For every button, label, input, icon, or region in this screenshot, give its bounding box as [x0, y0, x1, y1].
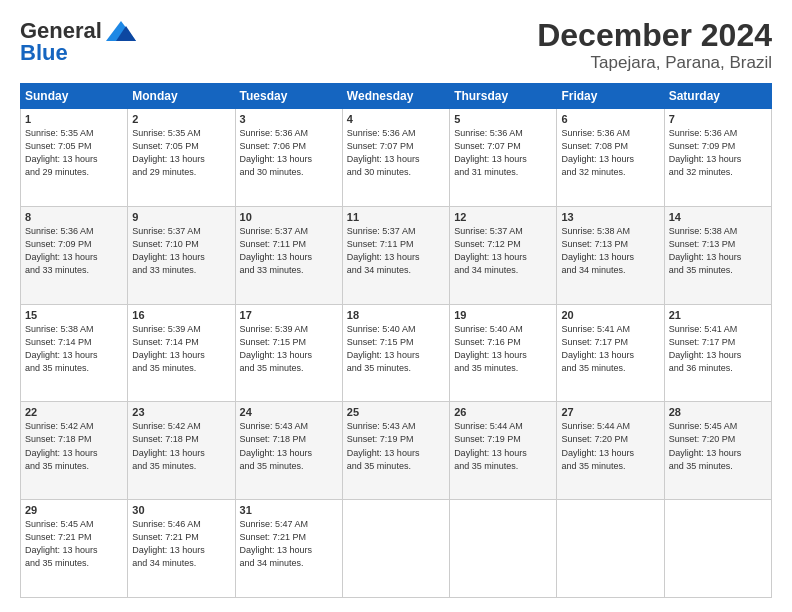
page-title: December 2024 — [537, 18, 772, 53]
day-number: 21 — [669, 309, 767, 321]
day-info: Sunrise: 5:41 AM Sunset: 7:17 PM Dayligh… — [561, 323, 659, 375]
day-info: Sunrise: 5:43 AM Sunset: 7:18 PM Dayligh… — [240, 420, 338, 472]
day-info: Sunrise: 5:38 AM Sunset: 7:13 PM Dayligh… — [561, 225, 659, 277]
calendar-week-row: 29Sunrise: 5:45 AM Sunset: 7:21 PM Dayli… — [21, 500, 772, 598]
calendar-day-cell: 5Sunrise: 5:36 AM Sunset: 7:07 PM Daylig… — [450, 109, 557, 207]
calendar-day-cell: 19Sunrise: 5:40 AM Sunset: 7:16 PM Dayli… — [450, 304, 557, 402]
day-info: Sunrise: 5:39 AM Sunset: 7:15 PM Dayligh… — [240, 323, 338, 375]
day-info: Sunrise: 5:47 AM Sunset: 7:21 PM Dayligh… — [240, 518, 338, 570]
day-info: Sunrise: 5:42 AM Sunset: 7:18 PM Dayligh… — [25, 420, 123, 472]
day-info: Sunrise: 5:40 AM Sunset: 7:15 PM Dayligh… — [347, 323, 445, 375]
calendar-day-cell: 13Sunrise: 5:38 AM Sunset: 7:13 PM Dayli… — [557, 206, 664, 304]
day-info: Sunrise: 5:37 AM Sunset: 7:11 PM Dayligh… — [240, 225, 338, 277]
day-info: Sunrise: 5:36 AM Sunset: 7:07 PM Dayligh… — [347, 127, 445, 179]
calendar-day-cell: 7Sunrise: 5:36 AM Sunset: 7:09 PM Daylig… — [664, 109, 771, 207]
calendar-day-cell: 24Sunrise: 5:43 AM Sunset: 7:18 PM Dayli… — [235, 402, 342, 500]
day-info: Sunrise: 5:38 AM Sunset: 7:14 PM Dayligh… — [25, 323, 123, 375]
weekday-header: Friday — [557, 84, 664, 109]
page-subtitle: Tapejara, Parana, Brazil — [537, 53, 772, 73]
calendar-day-cell: 14Sunrise: 5:38 AM Sunset: 7:13 PM Dayli… — [664, 206, 771, 304]
day-number: 4 — [347, 113, 445, 125]
day-info: Sunrise: 5:44 AM Sunset: 7:20 PM Dayligh… — [561, 420, 659, 472]
day-info: Sunrise: 5:43 AM Sunset: 7:19 PM Dayligh… — [347, 420, 445, 472]
calendar-week-row: 15Sunrise: 5:38 AM Sunset: 7:14 PM Dayli… — [21, 304, 772, 402]
day-number: 19 — [454, 309, 552, 321]
day-info: Sunrise: 5:36 AM Sunset: 7:08 PM Dayligh… — [561, 127, 659, 179]
logo: General Blue — [20, 18, 136, 66]
calendar-day-cell: 4Sunrise: 5:36 AM Sunset: 7:07 PM Daylig… — [342, 109, 449, 207]
calendar-day-cell: 21Sunrise: 5:41 AM Sunset: 7:17 PM Dayli… — [664, 304, 771, 402]
calendar-day-cell — [557, 500, 664, 598]
calendar-day-cell: 2Sunrise: 5:35 AM Sunset: 7:05 PM Daylig… — [128, 109, 235, 207]
day-info: Sunrise: 5:46 AM Sunset: 7:21 PM Dayligh… — [132, 518, 230, 570]
day-number: 15 — [25, 309, 123, 321]
calendar-day-cell: 12Sunrise: 5:37 AM Sunset: 7:12 PM Dayli… — [450, 206, 557, 304]
day-info: Sunrise: 5:36 AM Sunset: 7:09 PM Dayligh… — [669, 127, 767, 179]
weekday-header: Wednesday — [342, 84, 449, 109]
calendar-day-cell: 23Sunrise: 5:42 AM Sunset: 7:18 PM Dayli… — [128, 402, 235, 500]
calendar-day-cell: 29Sunrise: 5:45 AM Sunset: 7:21 PM Dayli… — [21, 500, 128, 598]
weekday-header: Sunday — [21, 84, 128, 109]
day-info: Sunrise: 5:36 AM Sunset: 7:06 PM Dayligh… — [240, 127, 338, 179]
day-info: Sunrise: 5:44 AM Sunset: 7:19 PM Dayligh… — [454, 420, 552, 472]
day-number: 1 — [25, 113, 123, 125]
day-number: 8 — [25, 211, 123, 223]
day-info: Sunrise: 5:36 AM Sunset: 7:09 PM Dayligh… — [25, 225, 123, 277]
day-number: 27 — [561, 406, 659, 418]
calendar-day-cell: 27Sunrise: 5:44 AM Sunset: 7:20 PM Dayli… — [557, 402, 664, 500]
day-info: Sunrise: 5:36 AM Sunset: 7:07 PM Dayligh… — [454, 127, 552, 179]
calendar-day-cell: 17Sunrise: 5:39 AM Sunset: 7:15 PM Dayli… — [235, 304, 342, 402]
calendar-day-cell: 16Sunrise: 5:39 AM Sunset: 7:14 PM Dayli… — [128, 304, 235, 402]
day-number: 30 — [132, 504, 230, 516]
day-number: 3 — [240, 113, 338, 125]
day-info: Sunrise: 5:37 AM Sunset: 7:10 PM Dayligh… — [132, 225, 230, 277]
weekday-header: Tuesday — [235, 84, 342, 109]
calendar-day-cell: 11Sunrise: 5:37 AM Sunset: 7:11 PM Dayli… — [342, 206, 449, 304]
calendar-day-cell — [342, 500, 449, 598]
calendar-table: SundayMondayTuesdayWednesdayThursdayFrid… — [20, 83, 772, 598]
calendar-day-cell: 18Sunrise: 5:40 AM Sunset: 7:15 PM Dayli… — [342, 304, 449, 402]
day-info: Sunrise: 5:45 AM Sunset: 7:21 PM Dayligh… — [25, 518, 123, 570]
calendar-day-cell: 30Sunrise: 5:46 AM Sunset: 7:21 PM Dayli… — [128, 500, 235, 598]
header: General Blue December 2024 Tapejara, Par… — [20, 18, 772, 73]
day-number: 13 — [561, 211, 659, 223]
day-number: 6 — [561, 113, 659, 125]
day-number: 2 — [132, 113, 230, 125]
day-number: 18 — [347, 309, 445, 321]
day-number: 7 — [669, 113, 767, 125]
day-number: 26 — [454, 406, 552, 418]
day-number: 20 — [561, 309, 659, 321]
calendar-day-cell: 25Sunrise: 5:43 AM Sunset: 7:19 PM Dayli… — [342, 402, 449, 500]
day-info: Sunrise: 5:37 AM Sunset: 7:12 PM Dayligh… — [454, 225, 552, 277]
calendar-day-cell: 22Sunrise: 5:42 AM Sunset: 7:18 PM Dayli… — [21, 402, 128, 500]
calendar-day-cell — [664, 500, 771, 598]
day-number: 10 — [240, 211, 338, 223]
calendar-day-cell: 8Sunrise: 5:36 AM Sunset: 7:09 PM Daylig… — [21, 206, 128, 304]
logo-icon — [106, 21, 136, 41]
calendar-day-cell: 28Sunrise: 5:45 AM Sunset: 7:20 PM Dayli… — [664, 402, 771, 500]
day-info: Sunrise: 5:38 AM Sunset: 7:13 PM Dayligh… — [669, 225, 767, 277]
day-number: 16 — [132, 309, 230, 321]
page: General Blue December 2024 Tapejara, Par… — [0, 0, 792, 612]
calendar-week-row: 22Sunrise: 5:42 AM Sunset: 7:18 PM Dayli… — [21, 402, 772, 500]
day-number: 22 — [25, 406, 123, 418]
day-info: Sunrise: 5:42 AM Sunset: 7:18 PM Dayligh… — [132, 420, 230, 472]
calendar-week-row: 8Sunrise: 5:36 AM Sunset: 7:09 PM Daylig… — [21, 206, 772, 304]
calendar-day-cell: 10Sunrise: 5:37 AM Sunset: 7:11 PM Dayli… — [235, 206, 342, 304]
day-number: 12 — [454, 211, 552, 223]
day-info: Sunrise: 5:35 AM Sunset: 7:05 PM Dayligh… — [132, 127, 230, 179]
calendar-day-cell: 1Sunrise: 5:35 AM Sunset: 7:05 PM Daylig… — [21, 109, 128, 207]
day-info: Sunrise: 5:40 AM Sunset: 7:16 PM Dayligh… — [454, 323, 552, 375]
weekday-header: Thursday — [450, 84, 557, 109]
day-info: Sunrise: 5:35 AM Sunset: 7:05 PM Dayligh… — [25, 127, 123, 179]
day-number: 5 — [454, 113, 552, 125]
logo-blue: Blue — [20, 40, 68, 66]
calendar-day-cell: 6Sunrise: 5:36 AM Sunset: 7:08 PM Daylig… — [557, 109, 664, 207]
calendar-day-cell — [450, 500, 557, 598]
weekday-header: Monday — [128, 84, 235, 109]
day-info: Sunrise: 5:37 AM Sunset: 7:11 PM Dayligh… — [347, 225, 445, 277]
day-number: 11 — [347, 211, 445, 223]
calendar-body: 1Sunrise: 5:35 AM Sunset: 7:05 PM Daylig… — [21, 109, 772, 598]
day-number: 24 — [240, 406, 338, 418]
day-number: 14 — [669, 211, 767, 223]
